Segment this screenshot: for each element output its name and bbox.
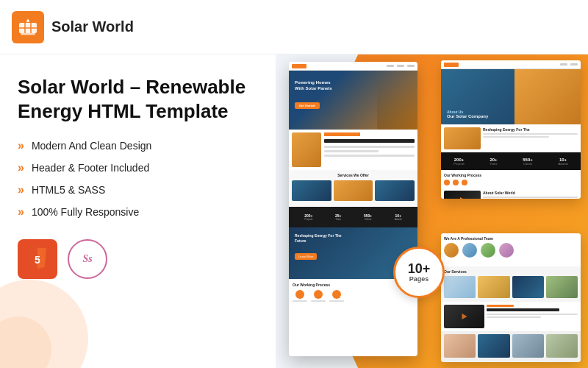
rb-contact-section [441, 302, 581, 331]
mock-stats-bar: 200+ Projects 25+ Years 550+ Clients 10+… [289, 207, 417, 227]
mockup-main: Powering HomesWith Solar Panels Get Star… [289, 62, 417, 356]
rt-stat-lbl-4: Awards [558, 162, 567, 166]
rb-services-title: Our Services [444, 269, 578, 274]
mock-step-2 [311, 290, 326, 302]
mock-nav-links [387, 65, 415, 67]
rt-hero-img-right [514, 69, 581, 124]
rb-svc-1 [444, 276, 476, 298]
mock-services: Services We Offer [289, 170, 417, 207]
mock-service-1 [292, 180, 331, 201]
rb-avatar-1 [444, 243, 459, 258]
rt-solar-title: About Solar World [483, 191, 578, 195]
mock-hero: Powering HomesWith Solar Panels Get Star… [289, 71, 417, 130]
mock-text-1 [324, 146, 415, 148]
logo[interactable]: Solar World [12, 11, 134, 43]
rt-solar-text: About Solar World [483, 191, 578, 199]
mock-nav-link-2 [397, 65, 404, 67]
rb-team-title: We Are A Professional Team [444, 236, 578, 241]
rt-text-1 [483, 133, 578, 135]
mock-service-cards [292, 180, 415, 201]
rb-contact-img [444, 305, 484, 328]
mock-about-image [292, 132, 321, 167]
main-content: Solar World – Renewable Energy HTML Temp… [0, 54, 588, 368]
mock-hero2-title: Reshaping Energy For TheFuture [295, 233, 417, 244]
mock-stat-4: 10+ Awards [395, 213, 402, 221]
feature-label-1: Modern And Clean Design [32, 140, 151, 152]
rt-hero-section: About Us Our Solar Company [441, 69, 581, 124]
rt-text-2 [483, 136, 549, 138]
mock-stat-lbl-4: Awards [395, 218, 402, 221]
rt-nav [441, 60, 581, 69]
mockup-container: Powering HomesWith Solar Panels Get Star… [276, 54, 588, 368]
rt-nav-link-1 [560, 63, 567, 66]
rb-avatar-2 [462, 243, 477, 258]
mock-nav-link-3 [407, 65, 415, 67]
top-bar: Solar World [0, 0, 588, 54]
rb-text-2 [487, 316, 541, 318]
rt-stat-4: 10+ Awards [558, 158, 567, 166]
solar-panel-icon [18, 17, 38, 38]
feature-item-4: » 100% Fully Responsive [18, 205, 258, 219]
rt-stats-row: 200+ Projects 20+ Years 550+ Clients 10+… [441, 152, 581, 170]
feature-label-4: 100% Fully Responsive [32, 206, 139, 218]
arrow-icon-3: » [18, 183, 24, 197]
rt-about-area: Reshaping Energy For The [441, 124, 581, 152]
mock-step-3 [329, 290, 344, 302]
rt-stat-num-2: 20+ [490, 158, 497, 162]
rb-bottom-card-row [444, 334, 578, 358]
rt-stat-lbl-3: Clients [523, 162, 533, 166]
feature-item-2: » Header & Footer Included [18, 161, 258, 174]
mock-person [377, 77, 417, 130]
rt-nav-links [560, 63, 578, 66]
mock-service-3 [375, 180, 415, 201]
rt-dot-2 [453, 180, 459, 185]
features-list: » Modern And Clean Design » Header & Foo… [18, 139, 258, 219]
html5-label: 5 [26, 246, 49, 273]
rb-contact-text [487, 305, 578, 328]
rb-avatar-4 [499, 243, 514, 258]
feature-item-3: » HTML5 & SASS [18, 183, 258, 197]
rb-accent-line [487, 305, 514, 307]
svg-text:5: 5 [35, 254, 40, 266]
rt-about-content: Reshaping Energy For The [483, 127, 578, 149]
arrow-icon-2: » [18, 161, 24, 174]
rt-stat-lbl-1: Projects [453, 162, 464, 166]
rt-nav-link-2 [570, 63, 578, 66]
left-panel: Solar World – Renewable Energy HTML Temp… [0, 54, 276, 368]
mock-hero2-btn: Learn More [295, 253, 317, 260]
feature-label-3: HTML5 & SASS [32, 184, 105, 196]
mock-stat-2: 25+ Years [335, 213, 341, 221]
pages-badge: 10+ Pages [393, 247, 445, 298]
html5-badge: 5 [18, 239, 57, 279]
rt-working-title: Our Working Process [444, 173, 578, 177]
rb-bot-card-1 [444, 334, 476, 358]
rt-dot-3 [462, 180, 467, 185]
rt-solar-line1 [483, 197, 578, 198]
rt-stat-1: 200+ Projects [453, 158, 464, 166]
mock-logo [292, 64, 306, 68]
rt-stat-num-4: 10+ [558, 158, 567, 162]
mock-working-steps [293, 290, 414, 302]
rt-stat-num-3: 550+ [523, 158, 533, 162]
rt-stat-lbl-2: Years [490, 162, 497, 166]
mockup-right-top: About Us Our Solar Company Reshaping Ene… [441, 60, 581, 199]
rt-about-title: Reshaping Energy For The [483, 127, 578, 132]
rt-stat-3: 550+ Clients [523, 158, 533, 166]
sass-label: Ss [82, 253, 92, 265]
rb-bottom-cards [441, 331, 581, 362]
mock-text-2 [324, 150, 379, 152]
mock-stat-lbl-1: Projects [304, 218, 312, 221]
rt-hero-text-area: About Us Our Solar Company [447, 110, 488, 118]
mock-stat-lbl-2: Years [335, 218, 341, 221]
rb-title-line [487, 308, 559, 311]
mock-about-orange-line [324, 132, 360, 136]
rb-avatar-3 [481, 243, 495, 258]
mock-nav [289, 62, 417, 71]
mock-about-text [324, 132, 415, 167]
mock-services-title: Services We Offer [292, 173, 415, 177]
rt-hero-title: Our Solar Company [447, 114, 488, 118]
logo-icon-box [12, 11, 44, 43]
rt-working-dots [444, 180, 578, 185]
feature-label-2: Header & Footer Included [32, 162, 149, 174]
arrow-icon-4: » [18, 205, 24, 219]
